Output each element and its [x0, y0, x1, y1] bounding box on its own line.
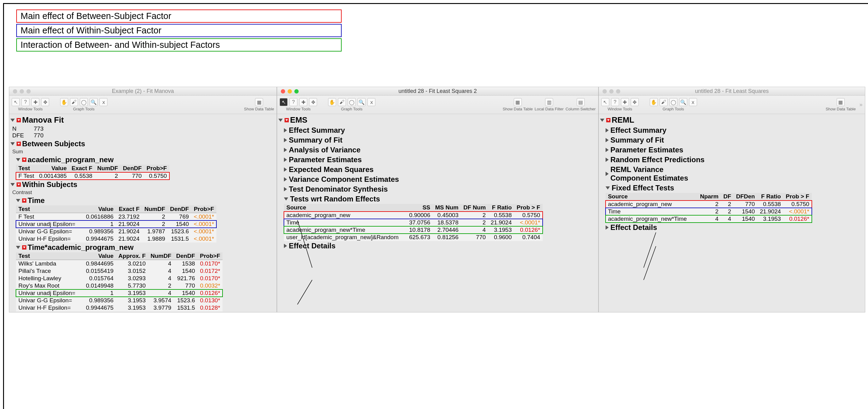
reml-header[interactable]: REML	[600, 115, 864, 126]
move-tool-icon[interactable]: ✥	[41, 98, 49, 106]
disclose-right-icon[interactable]	[606, 172, 609, 176]
disclose-right-icon[interactable]	[606, 148, 609, 152]
maximize-icon[interactable]	[616, 89, 620, 94]
move-tool-icon[interactable]: ✥	[309, 98, 317, 106]
brush-tool-icon[interactable]: 🖌	[338, 98, 346, 106]
collapsed-section[interactable]: Expected Mean Squares	[284, 165, 597, 174]
traffic-lights[interactable]	[13, 89, 31, 94]
filter-icon[interactable]: ▥	[545, 98, 553, 106]
xy-tool-icon[interactable]: ⅹ	[367, 98, 375, 106]
disclose-down-icon[interactable]	[284, 198, 288, 201]
close-icon[interactable]	[281, 89, 285, 94]
collapsed-section[interactable]: Test Denominator Synthesis	[284, 184, 597, 194]
show-data-group[interactable]: ▦ Show Data Table	[503, 98, 533, 111]
titlebar-3[interactable]: untitled 28 - Fit Least Squares	[599, 87, 865, 96]
brush-tool-icon[interactable]: 🖌	[70, 98, 78, 106]
hand-tool-icon[interactable]: ✋	[60, 98, 68, 106]
disclose-down-icon[interactable]	[10, 118, 15, 122]
effect-details-header[interactable]: Effect Details	[606, 223, 864, 232]
data-table-icon[interactable]: ▦	[255, 98, 263, 106]
apn-header[interactable]: academic_program_new	[16, 155, 275, 165]
tests-random-header[interactable]: Tests wrt Random Effects	[284, 194, 597, 204]
collapsed-section[interactable]: Summary of Fit	[284, 135, 597, 145]
disclose-right-icon[interactable]	[606, 225, 609, 230]
collapsed-section[interactable]: Analysis of Variance	[284, 145, 597, 155]
xy-tool-icon[interactable]: ⅹ	[689, 98, 697, 106]
disclose-right-icon[interactable]	[284, 177, 287, 181]
hotspot-icon[interactable]	[17, 182, 21, 187]
xy-tool-icon[interactable]: ⅹ	[99, 98, 107, 106]
help-tool-icon[interactable]: ?	[611, 98, 619, 106]
arrow-tool-icon[interactable]: ↖	[601, 98, 609, 106]
plus-tool-icon[interactable]: ✚	[299, 98, 307, 106]
disclose-down-icon[interactable]	[10, 142, 15, 145]
fixed-effect-tests-header[interactable]: Fixed Effect Tests	[606, 183, 864, 193]
collapsed-section[interactable]: Effect Summary	[606, 126, 864, 135]
ems-header[interactable]: EMS	[278, 115, 597, 126]
brush-tool-icon[interactable]: 🖌	[660, 98, 668, 106]
disclose-right-icon[interactable]	[284, 158, 287, 162]
local-filter-group[interactable]: ▥ Local Data Filter	[535, 98, 564, 111]
close-icon[interactable]	[602, 89, 607, 94]
hotspot-icon[interactable]	[22, 158, 26, 162]
lasso-tool-icon[interactable]: ◯	[80, 98, 88, 106]
titlebar-2[interactable]: untitled 28 - Fit Least Squares 2	[277, 87, 598, 96]
disclose-right-icon[interactable]	[284, 187, 287, 191]
arrow-tool-icon[interactable]: ↖	[280, 98, 288, 106]
hand-tool-icon[interactable]: ✋	[650, 98, 658, 106]
within-subjects-header[interactable]: Within Subjects	[10, 180, 275, 190]
chevron-right-icon[interactable]: »	[859, 101, 863, 108]
reml-variance-header[interactable]: REML VarianceComponent Estimates	[606, 165, 864, 183]
time-header[interactable]: Time	[16, 196, 275, 205]
disclose-right-icon[interactable]	[284, 128, 287, 132]
traffic-lights[interactable]	[281, 89, 299, 94]
disclose-right-icon[interactable]	[284, 138, 287, 142]
disclose-down-icon[interactable]	[278, 118, 283, 122]
traffic-lights[interactable]	[602, 89, 620, 94]
data-table-icon[interactable]: ▦	[514, 98, 522, 106]
show-data-group[interactable]: ▦ Show Data Table	[244, 98, 274, 111]
titlebar-1[interactable]: Example (2) - Fit Manova	[9, 87, 277, 96]
maximize-icon[interactable]	[26, 89, 31, 94]
minimize-icon[interactable]	[288, 89, 292, 94]
hotspot-icon[interactable]	[606, 118, 611, 122]
column-switcher-group[interactable]: ▤ Column Switcher	[565, 98, 595, 111]
disclose-down-icon[interactable]	[16, 246, 20, 249]
zoom-tool-icon[interactable]: 🔍	[358, 98, 366, 106]
hand-tool-icon[interactable]: ✋	[328, 98, 336, 106]
disclose-right-icon[interactable]	[284, 244, 287, 248]
disclose-down-icon[interactable]	[606, 186, 610, 190]
collapsed-section[interactable]: Parameter Estimates	[606, 145, 864, 155]
disclose-right-icon[interactable]	[606, 158, 609, 162]
plus-tool-icon[interactable]: ✚	[621, 98, 629, 106]
minimize-icon[interactable]	[609, 89, 614, 94]
tap-header[interactable]: Time*academic_program_new	[16, 242, 275, 252]
show-data-group[interactable]: ▦ Show Data Table	[826, 98, 856, 111]
disclose-right-icon[interactable]	[284, 167, 287, 172]
zoom-tool-icon[interactable]: 🔍	[679, 98, 687, 106]
collapsed-section[interactable]: Effect Summary	[284, 126, 597, 135]
arrow-tool-icon[interactable]: ↖	[12, 98, 20, 106]
disclose-down-icon[interactable]	[16, 199, 20, 202]
help-tool-icon[interactable]: ?	[289, 98, 298, 106]
lasso-tool-icon[interactable]: ◯	[670, 98, 677, 106]
hotspot-icon[interactable]	[22, 245, 26, 249]
collapsed-section[interactable]: Variance Component Estimates	[284, 174, 597, 184]
hotspot-icon[interactable]	[284, 118, 289, 122]
disclose-right-icon[interactable]	[606, 138, 609, 142]
disclose-right-icon[interactable]	[284, 148, 287, 152]
manova-header[interactable]: Manova Fit	[10, 115, 275, 126]
hotspot-icon[interactable]	[17, 142, 21, 146]
close-icon[interactable]	[13, 89, 17, 94]
disclose-down-icon[interactable]	[16, 158, 20, 161]
maximize-icon[interactable]	[294, 89, 299, 94]
hotspot-icon[interactable]	[22, 198, 26, 203]
disclose-right-icon[interactable]	[606, 128, 609, 132]
minimize-icon[interactable]	[20, 89, 24, 94]
disclose-down-icon[interactable]	[10, 183, 15, 186]
collapsed-section[interactable]: Summary of Fit	[606, 135, 864, 145]
data-table-icon[interactable]: ▦	[837, 98, 845, 106]
between-subjects-header[interactable]: Between Subjects	[10, 139, 275, 149]
lasso-tool-icon[interactable]: ◯	[348, 98, 356, 106]
effect-details-header[interactable]: Effect Details	[284, 241, 597, 251]
